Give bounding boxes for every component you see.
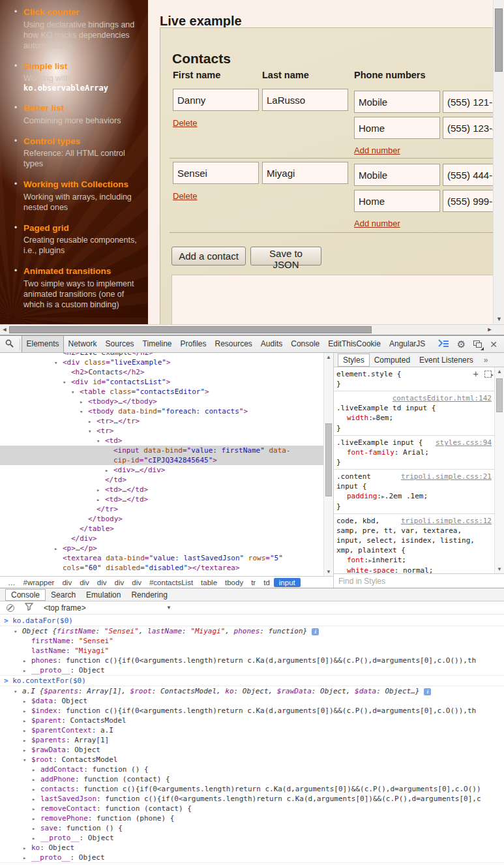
expand-arrow-icon[interactable]: ▸: [80, 397, 88, 407]
breadcrumb-item[interactable]: tr: [247, 579, 259, 586]
devtools-tab-profiles[interactable]: Profiles: [176, 336, 211, 352]
add-contact-button[interactable]: Add a contact: [171, 247, 246, 266]
scroll-left-arrow[interactable]: ◄: [0, 325, 9, 335]
close-devtools-icon[interactable]: ✕: [490, 340, 497, 349]
dom-tree-row[interactable]: ▾<table class="contactsEditor">: [0, 387, 323, 397]
delete-contact-link[interactable]: Delete: [173, 191, 198, 201]
devtools-tab-elements[interactable]: Elements: [22, 336, 64, 352]
expand-arrow-icon[interactable]: ▸: [23, 746, 31, 755]
sidebar-example-link[interactable]: Paged grid: [23, 222, 140, 234]
css-property[interactable]: padding:▶.2em .1em;: [336, 491, 492, 502]
console-row[interactable]: ▸lastSavedJson: function c(){if(0<argume…: [0, 794, 504, 804]
last-saved-json-textarea[interactable]: [171, 275, 493, 324]
expand-arrow-icon[interactable]: ▸: [32, 804, 40, 814]
horizontal-scroll-thumb[interactable]: [9, 326, 372, 333]
clear-console-icon[interactable]: [7, 604, 14, 612]
sidebar-example-link[interactable]: Simple list: [23, 61, 140, 72]
styles-scrollbar[interactable]: ▲ ▼: [494, 367, 504, 573]
expand-arrow-icon[interactable]: ▸: [23, 656, 31, 666]
console-row[interactable]: ▸contacts: function c(){if(0<arguments.l…: [0, 784, 504, 794]
expand-arrow-icon[interactable]: ▸: [32, 775, 40, 785]
expand-arrow-icon[interactable]: ▸: [23, 853, 31, 863]
console-row[interactable]: ▸addPhone: function (contact) {: [0, 774, 504, 784]
collapse-arrow-icon[interactable]: ▾: [71, 387, 80, 397]
collapse-arrow-icon[interactable]: ▾: [14, 687, 22, 697]
object-info-icon[interactable]: i: [312, 628, 319, 635]
last-name-input[interactable]: [262, 162, 348, 184]
more-tabs-icon[interactable]: »: [479, 354, 493, 366]
find-in-styles-input[interactable]: Find in Styles: [334, 573, 504, 588]
breadcrumb-item[interactable]: div: [76, 579, 93, 586]
breadcrumb-item[interactable]: tbody: [221, 579, 247, 586]
devtools-tab-audits[interactable]: Audits: [256, 336, 286, 352]
devtools-tab-timeline[interactable]: Timeline: [138, 336, 176, 352]
devtools-tab-network[interactable]: Network: [64, 336, 101, 352]
styles-tab-event-listeners[interactable]: Event Listeners: [415, 354, 478, 366]
expand-arrow-icon[interactable]: ▸: [32, 785, 40, 795]
collapse-arrow-icon[interactable]: ▾: [14, 627, 22, 637]
collapse-arrow-icon[interactable]: ▾: [88, 427, 96, 436]
element-state-icon[interactable]: [484, 371, 492, 378]
expand-arrow-icon[interactable]: ▸: [32, 765, 40, 775]
console-row[interactable]: ▾Object {firstName: "Sensei", lastName: …: [0, 626, 504, 636]
styles-scroll-thumb[interactable]: [496, 378, 503, 412]
expand-arrow-icon[interactable]: ▸: [23, 736, 31, 746]
expand-arrow-icon[interactable]: ▸: [23, 666, 31, 676]
first-name-input[interactable]: [173, 162, 259, 184]
page-vertical-scrollbar[interactable]: ▼: [493, 0, 504, 324]
collapse-arrow-icon[interactable]: ▾: [23, 755, 31, 765]
expand-arrow-icon[interactable]: ▸: [32, 834, 40, 843]
vertical-scroll-thumb[interactable]: [495, 8, 503, 72]
phone-number-input[interactable]: [443, 91, 493, 113]
object-info-icon[interactable]: i: [424, 688, 431, 695]
expand-arrow-icon[interactable]: ▸: [96, 495, 105, 505]
expand-arrow-icon[interactable]: ▸: [32, 824, 40, 834]
console-tab-search[interactable]: Search: [46, 590, 81, 600]
console-row[interactable]: ▸removePhone: function (phone) {: [0, 813, 504, 823]
dom-tree-row[interactable]: ▸<tbody>…</tbody>: [0, 397, 323, 406]
console-tab-console[interactable]: Console: [5, 589, 46, 601]
expand-arrow-icon[interactable]: ▸: [88, 417, 96, 427]
dom-tree-row[interactable]: ▾<div id="contactsList">: [0, 377, 323, 387]
dom-tree-row[interactable]: cols="60" disabled="disabled"></textarea…: [0, 563, 323, 573]
inspect-search-icon[interactable]: [5, 339, 14, 350]
add-number-link[interactable]: Add number: [354, 219, 400, 228]
css-property[interactable]: white-space: normal;: [336, 566, 492, 573]
dom-tree-row[interactable]: ▸<p>…</p>: [0, 543, 323, 553]
page-horizontal-scrollbar[interactable]: ◄ ►: [0, 324, 504, 335]
last-name-input[interactable]: [262, 89, 348, 111]
console-row[interactable]: ▸$parents: Array[1]: [0, 735, 504, 745]
expand-arrow-icon[interactable]: ▸: [23, 716, 31, 726]
expand-arrow-icon[interactable]: ▸: [105, 466, 113, 476]
dom-tree-row[interactable]: <h2>Contacts</h2>: [0, 367, 323, 377]
console-tab-rendering[interactable]: Rendering: [126, 590, 172, 600]
dom-tree-row[interactable]: </div>: [0, 534, 323, 543]
console-row[interactable]: ▸$parent: ContactsModel: [0, 716, 504, 725]
breadcrumb-item[interactable]: #wrapper: [20, 579, 59, 586]
dom-tree-row[interactable]: ▸<tr>…</tr>: [0, 416, 323, 426]
add-number-link[interactable]: Add number: [354, 145, 400, 155]
scroll-down-arrow[interactable]: ▼: [494, 314, 504, 324]
stylesheet-link[interactable]: tripoli.simple.css:21: [401, 472, 492, 481]
dock-side-icon[interactable]: [473, 341, 482, 348]
console-row[interactable]: ▸$index: function c(){if(0<arguments.len…: [0, 706, 504, 716]
scroll-up-arrow[interactable]: ▲: [324, 353, 333, 361]
dom-tree-row[interactable]: cip-id="cIPJQ342845645">: [0, 455, 323, 465]
sidebar-example-link[interactable]: Animated transitions: [23, 266, 140, 277]
dom-tree-row[interactable]: <textarea data-bind="value: lastSavedJso…: [0, 553, 323, 563]
scroll-down-arrow[interactable]: ▼: [495, 565, 504, 573]
collapse-arrow-icon[interactable]: ▾: [96, 436, 105, 446]
console-row[interactable]: ▸removeContact: function (contact) {: [0, 804, 504, 813]
dom-tree-row[interactable]: </tr>: [0, 504, 323, 514]
expand-arrow-icon[interactable]: ▸: [23, 726, 31, 736]
scroll-right-arrow[interactable]: ►: [485, 325, 494, 335]
css-property[interactable]: font-family: Arial;: [336, 448, 492, 457]
sidebar-example-link[interactable]: Better list: [23, 102, 140, 114]
collapse-arrow-icon[interactable]: ▾: [63, 378, 71, 387]
first-name-input[interactable]: [173, 89, 259, 111]
settings-gear-icon[interactable]: ⚙: [457, 339, 466, 349]
dom-tree-row[interactable]: ▾<tr>: [0, 426, 323, 436]
console-tab-emulation[interactable]: Emulation: [81, 590, 126, 600]
phone-number-input[interactable]: [443, 190, 493, 212]
expand-arrow-icon[interactable]: ▸: [32, 795, 40, 804]
